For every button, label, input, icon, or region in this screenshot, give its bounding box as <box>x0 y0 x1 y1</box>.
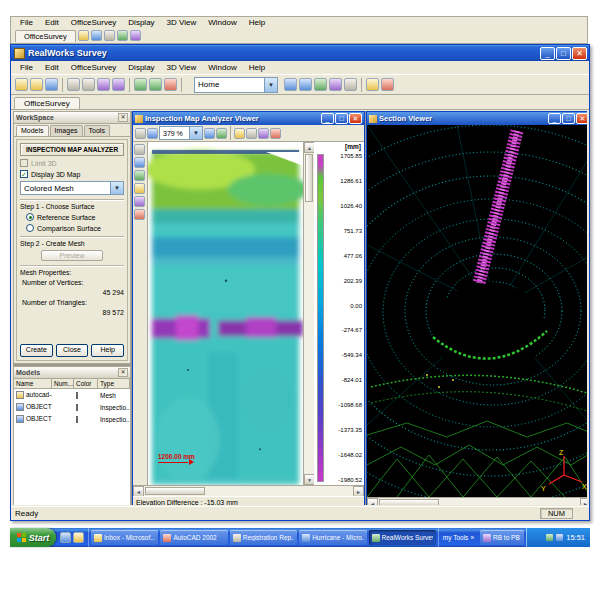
bg-menu-3dview[interactable]: 3D View <box>162 18 202 27</box>
preview-button[interactable]: Preview <box>41 250 103 261</box>
cursor-tool-icon[interactable] <box>134 144 145 155</box>
tab-images[interactable]: Images <box>50 125 83 136</box>
window-titlebar[interactable]: RealWorks Survey _ □ ✕ <box>11 45 589 61</box>
bg-menu-window[interactable]: Window <box>203 18 241 27</box>
scroll-right-icon[interactable]: ► <box>580 498 587 505</box>
grid-tool-icon[interactable] <box>134 183 145 194</box>
menu-3dview[interactable]: 3D View <box>161 62 203 73</box>
select-icon[interactable] <box>135 128 146 139</box>
task-hurricane[interactable]: Hurricane - Micro... <box>299 530 366 545</box>
flag-tool-icon[interactable] <box>134 209 145 220</box>
mesh-type-combo[interactable]: Colored Mesh ▼ <box>20 181 124 195</box>
paste-icon[interactable] <box>112 78 125 91</box>
restore-button[interactable]: □ <box>335 113 348 124</box>
task-realworks-survey[interactable]: RealWorks Survey <box>369 530 436 545</box>
undo-icon[interactable] <box>134 78 147 91</box>
column-color[interactable]: Color <box>74 379 98 388</box>
table-row[interactable]: OBJECT1... Inspectio... <box>14 401 130 413</box>
menu-display[interactable]: Display <box>122 62 160 73</box>
snapshot-icon[interactable] <box>258 128 269 139</box>
scrollbar-thumb[interactable] <box>145 487 205 495</box>
maximize-button[interactable]: □ <box>556 47 571 60</box>
help-button[interactable]: Help <box>91 344 124 357</box>
profile-tool-icon[interactable] <box>134 196 145 207</box>
scrollbar-thumb[interactable] <box>305 154 313 202</box>
menu-help[interactable]: Help <box>243 62 271 73</box>
zoom-extents-icon[interactable] <box>314 78 327 91</box>
minimize-button[interactable]: _ <box>548 113 561 124</box>
scrollbar-thumb[interactable] <box>379 499 439 505</box>
chevron-down-icon[interactable]: ▼ <box>189 127 202 139</box>
close-button[interactable]: ✕ <box>572 47 587 60</box>
minimize-button[interactable]: _ <box>321 113 334 124</box>
comparison-surface-radio[interactable]: Comparison Surface <box>26 224 124 232</box>
models-close-icon[interactable]: ✕ <box>118 368 128 377</box>
task-autocad[interactable]: AutoCAD 2002 <box>160 530 227 545</box>
target-icon[interactable] <box>329 78 342 91</box>
bg-menu-file[interactable]: File <box>15 18 38 27</box>
bg-menu-display[interactable]: Display <box>123 18 159 27</box>
bg-menu-help[interactable]: Help <box>244 18 270 27</box>
workspace-caption[interactable]: WorkSpace ✕ <box>14 112 130 124</box>
chevron-down-icon[interactable]: ▼ <box>110 182 123 194</box>
table-row[interactable]: autocad-... Mesh <box>14 389 130 401</box>
section-canvas[interactable]: Z X Y <box>367 125 587 497</box>
scroll-left-icon[interactable]: ◄ <box>367 498 378 505</box>
limit-3d-checkbox[interactable]: Limit 3D <box>20 159 124 167</box>
models-caption[interactable]: Models ✕ <box>14 367 130 379</box>
delete-icon[interactable] <box>164 78 177 91</box>
ruler-tool-icon[interactable] <box>134 157 145 168</box>
my-tools-toolbar[interactable]: my Tools » <box>438 528 478 547</box>
bg-print-icon[interactable] <box>117 30 128 41</box>
minimize-button[interactable]: _ <box>540 47 555 60</box>
home-combo[interactable]: Home ▼ <box>194 77 278 93</box>
print-map-icon[interactable] <box>246 128 257 139</box>
zoom-in-icon[interactable] <box>204 128 215 139</box>
chevron-right-icon[interactable]: » <box>470 534 474 541</box>
reference-surface-radio[interactable]: Reference Surface <box>26 213 124 221</box>
close-button[interactable]: ✕ <box>576 113 587 124</box>
menu-file[interactable]: File <box>14 62 39 73</box>
task-inbox[interactable]: Inbox - Microsof... <box>91 530 158 545</box>
chevron-down-icon[interactable]: ▼ <box>264 78 277 92</box>
print-icon[interactable] <box>67 78 80 91</box>
label-tool-icon[interactable] <box>134 170 145 181</box>
volume-tray-icon[interactable] <box>556 534 563 541</box>
column-num[interactable]: Num... <box>52 379 74 388</box>
bg-menu-edit[interactable]: Edit <box>40 18 64 27</box>
display-3d-map-checkbox[interactable]: ✓ Display 3D Map <box>20 170 124 178</box>
column-type[interactable]: Type <box>98 379 130 388</box>
bg-save-icon[interactable] <box>104 30 115 41</box>
tab-tools[interactable]: Tools <box>84 125 110 136</box>
cut-icon[interactable] <box>82 78 95 91</box>
create-button[interactable]: Create <box>20 344 53 357</box>
zoom-out-icon[interactable] <box>147 128 158 139</box>
bg-new-icon[interactable] <box>78 30 89 41</box>
clock[interactable]: 15:51 <box>566 533 585 542</box>
radio-icon[interactable] <box>26 224 34 232</box>
bg-open-icon[interactable] <box>91 30 102 41</box>
menu-window[interactable]: Window <box>202 62 242 73</box>
redo-icon[interactable] <box>149 78 162 91</box>
fit-view-icon[interactable] <box>216 128 227 139</box>
menu-edit[interactable]: Edit <box>39 62 65 73</box>
section-titlebar[interactable]: Section Viewer _ □ ✕ <box>367 112 587 125</box>
radio-selected-icon[interactable] <box>26 213 34 221</box>
render-icon[interactable] <box>381 78 394 91</box>
close-button[interactable]: ✕ <box>349 113 362 124</box>
menu-officesurvey[interactable]: OfficeSurvey <box>65 62 123 73</box>
pan-icon[interactable] <box>234 128 245 139</box>
checkbox-icon[interactable] <box>20 159 28 167</box>
workspace-close-icon[interactable]: ✕ <box>118 113 128 122</box>
inspection-titlebar[interactable]: Inspection Map Analyzer Viewer _ □ ✕ <box>133 112 364 125</box>
horizontal-scrollbar[interactable]: ◄ ► <box>133 485 364 496</box>
table-row[interactable]: OBJECT2... Inspectio... <box>14 413 130 425</box>
copy-icon[interactable] <box>97 78 110 91</box>
open-icon[interactable] <box>30 78 43 91</box>
bg-menu-officesurvey[interactable]: OfficeSurvey <box>66 18 122 27</box>
zoom-combo[interactable]: 379 % ▼ <box>159 126 203 140</box>
view-front-icon[interactable] <box>299 78 312 91</box>
internet-explorer-icon[interactable] <box>60 532 71 543</box>
task-registration-report[interactable]: Registration Rep... <box>230 530 297 545</box>
start-button[interactable]: Start <box>10 528 56 547</box>
